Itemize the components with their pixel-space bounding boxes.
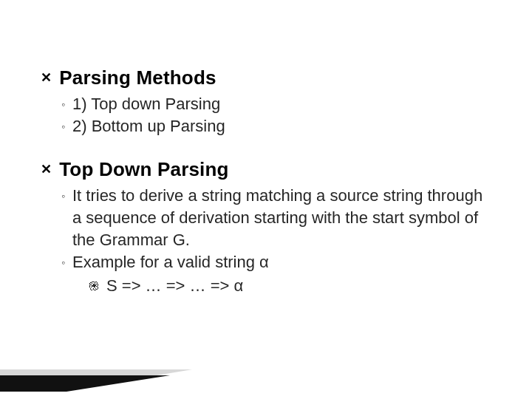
sub-item: ◦ 1) Top down Parsing bbox=[61, 93, 488, 115]
svg-marker-0 bbox=[0, 369, 192, 388]
heading: ✕ Top Down Parsing bbox=[41, 158, 488, 180]
heading: ✕ Parsing Methods bbox=[41, 66, 488, 89]
heading-text: Top Down Parsing bbox=[59, 158, 229, 180]
bullet-level3-icon: ֎ bbox=[88, 275, 100, 297]
sub-item-text: 2) Bottom up Parsing bbox=[72, 115, 488, 137]
sub-item-text: It tries to derive a string matching a s… bbox=[72, 185, 488, 251]
sub-item-text: 1) Top down Parsing bbox=[72, 93, 488, 115]
bullet-level2-icon: ◦ bbox=[61, 115, 65, 137]
bullet-level2-icon: ◦ bbox=[61, 251, 65, 273]
svg-marker-1 bbox=[0, 375, 170, 392]
bullet-level1-icon: ✕ bbox=[41, 158, 52, 180]
sub-item: ◦ 2) Bottom up Parsing bbox=[61, 115, 488, 137]
bullet-level2-icon: ◦ bbox=[61, 185, 65, 207]
slide-item: ✕ Top Down Parsing ◦ It tries to derive … bbox=[41, 158, 488, 297]
slide-item: ✕ Parsing Methods ◦ 1) Top down Parsing … bbox=[41, 66, 488, 137]
slide: ✕ Parsing Methods ◦ 1) Top down Parsing … bbox=[0, 0, 532, 399]
heading-text: Parsing Methods bbox=[59, 66, 216, 89]
bullet-level2-icon: ◦ bbox=[61, 93, 65, 115]
subsub-item: ֎ S => … => … => α bbox=[88, 275, 488, 297]
slide-decoration bbox=[0, 347, 222, 399]
subsub-item-text: S => … => … => α bbox=[106, 275, 243, 297]
sub-list: ◦ It tries to derive a string matching a… bbox=[61, 185, 488, 297]
subsub-list: ֎ S => … => … => α bbox=[88, 275, 488, 297]
sub-item-text: Example for a valid string α bbox=[72, 251, 488, 273]
sub-item: ◦ It tries to derive a string matching a… bbox=[61, 185, 488, 251]
bullet-level1-icon: ✕ bbox=[41, 66, 52, 89]
sub-item: ◦ Example for a valid string α bbox=[61, 251, 488, 273]
sub-list: ◦ 1) Top down Parsing ◦ 2) Bottom up Par… bbox=[61, 93, 488, 137]
